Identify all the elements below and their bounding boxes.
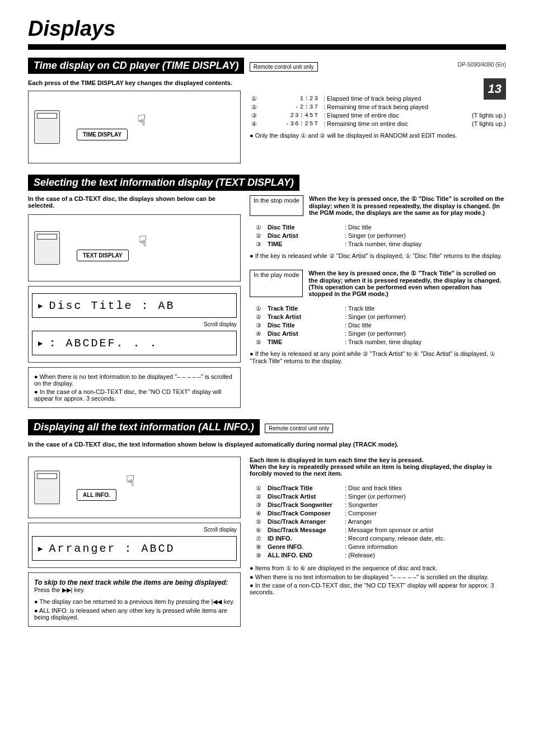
hand-icon <box>118 475 152 497</box>
list-item: ①Track Title: Track title <box>254 305 506 312</box>
item-desc: : Singer (or performer) <box>345 330 406 337</box>
item-desc: : Composer <box>345 510 377 517</box>
item-label: ALL INFO. END <box>268 552 340 559</box>
item-label: Disc/Track Arranger <box>268 518 340 525</box>
list-item: ③23:45T: Elapsed time of entire disc(T l… <box>250 112 506 119</box>
item-desc: : Record company, release date, etc. <box>345 535 445 542</box>
item-num: ⑤ <box>254 518 263 525</box>
section-3-rnote-1: Items from ① to ⑥ are displayed in the s… <box>250 565 506 572</box>
item-num: ① <box>254 305 263 312</box>
item-label: Disc Title <box>268 322 340 329</box>
play-mode-box: In the play mode <box>250 270 303 297</box>
item-desc: : Remaining time of track being played <box>324 104 502 111</box>
item-num: ② <box>250 104 259 111</box>
list-item: ⑧Genre INFO.: Genre information <box>254 543 506 551</box>
item-label: Disc/Track Artist <box>268 493 340 500</box>
item-num: ① <box>254 224 263 231</box>
section-2-intro: In the case of a CD-TEXT disc, the displ… <box>28 195 241 209</box>
list-item: ②Disc Artist: Singer (or performer) <box>254 232 506 240</box>
list-item: ①Disc/Track Title: Disc and track titles <box>254 485 506 492</box>
item-label: Disc Artist <box>268 330 340 337</box>
item-num: ⑦ <box>254 535 263 542</box>
divider-bar <box>28 44 506 50</box>
item-desc: : Singer (or performer) <box>345 313 406 321</box>
section-3-rnote-2: When there is no text information to be … <box>250 574 506 580</box>
section-2-note-1: When there is no text information to be … <box>34 373 235 387</box>
item-desc: : Track title <box>345 305 374 312</box>
item-desc: : Message from sponsor or artist <box>345 527 433 534</box>
item-label: Disc/Track Message <box>268 527 340 534</box>
item-num: ⑨ <box>254 552 263 559</box>
item-label: Disc/Track Title <box>268 485 340 492</box>
text-display-button[interactable]: TEXT DISPLAY <box>77 250 129 261</box>
item-num: ① <box>254 485 263 492</box>
item-time: -36:25T <box>263 120 319 128</box>
item-label: Disc Artist <box>268 232 340 240</box>
remote-icon <box>34 231 60 265</box>
main-title: Displays <box>28 17 506 41</box>
item-extra: (T lights up.) <box>472 120 506 128</box>
item-num: ④ <box>254 510 263 517</box>
item-desc: : Singer (or performer) <box>345 493 406 500</box>
list-item: ①Disc Title: Disc title <box>254 224 506 231</box>
item-num: ② <box>254 313 263 321</box>
item-desc: : Track number, time display <box>345 241 421 248</box>
lcd-display-3: Arranger : ABCD <box>32 536 237 561</box>
list-item: ②Track Artist: Singer (or performer) <box>254 313 506 321</box>
item-desc: : Track number, time display <box>345 339 421 346</box>
item-num: ③ <box>254 241 263 248</box>
section-2-note-2: In the case of a non-CD-TEXT disc, the "… <box>34 388 235 402</box>
item-desc: : Elapsed time of entire disc <box>324 112 467 119</box>
list-item: ③TIME: Track number, time display <box>254 241 506 248</box>
item-label: Disc/Track Songwriter <box>268 501 340 509</box>
item-desc: : Songwriter <box>345 501 378 509</box>
item-desc: : (Release) <box>345 552 375 559</box>
item-label: Track Artist <box>268 313 340 321</box>
all-info-button[interactable]: ALL INFO. <box>77 489 116 501</box>
item-label: Disc Title <box>268 224 340 231</box>
item-time: -2:37 <box>263 104 319 111</box>
item-num: ② <box>254 493 263 500</box>
section-3-right-intro-2: When the key is repeatedly pressed while… <box>250 463 506 477</box>
item-label: Genre INFO. <box>268 543 340 551</box>
play-mode-note: If the key is released at any point whil… <box>250 350 506 364</box>
list-item: ③Disc Title: Disc title <box>254 322 506 329</box>
list-item: ⑦ID INFO.: Record company, release date,… <box>254 535 506 542</box>
section-1-intro: Each press of the TIME DISPLAY key chang… <box>28 79 506 86</box>
item-time: 23:45T <box>263 112 319 119</box>
section-1-heading: Time display on CD player (TIME DISPLAY) <box>28 58 244 74</box>
stop-mode-note: If the key is released while ② "Disc Art… <box>250 252 506 260</box>
item-desc: : Elapsed time of track being played <box>324 95 502 102</box>
list-item: ⑥Disc/Track Message: Message from sponso… <box>254 527 506 534</box>
item-num: ③ <box>254 322 263 329</box>
item-desc: : Remaining time on entire disc <box>324 120 467 128</box>
page-number: 13 <box>484 78 506 100</box>
item-label: TIME <box>268 339 340 346</box>
time-display-button[interactable]: TIME DISPLAY <box>77 129 128 140</box>
item-num: ⑧ <box>254 543 263 551</box>
section-1-note: Only the display ① and ② will be display… <box>250 132 506 139</box>
list-item: ②Disc/Track Artist: Singer (or performer… <box>254 493 506 500</box>
skip-tip-text: Press the ▶▶| key. <box>34 586 235 594</box>
item-desc: : Genre information <box>345 543 397 551</box>
item-num: ⑥ <box>254 527 263 534</box>
list-item: ④Disc Artist: Singer (or performer) <box>254 330 506 337</box>
skip-tip-title: To skip to the next track while the item… <box>34 579 235 586</box>
lcd-display-2: : ABCDEF. . . <box>32 331 237 355</box>
section-3-note-1: The display can be returned to a previou… <box>34 598 235 605</box>
item-desc: : Disc title <box>345 224 372 231</box>
item-label: Disc/Track Composer <box>268 510 340 517</box>
list-item: ②-2:37: Remaining time of track being pl… <box>250 104 506 111</box>
list-item: ③Disc/Track Songwriter: Songwriter <box>254 501 506 509</box>
item-num: ③ <box>254 501 263 509</box>
list-item: ⑤Disc/Track Arranger: Arranger <box>254 518 506 525</box>
item-label: Track Title <box>268 305 340 312</box>
section-3-right-intro-1: Each item is displayed in turn each time… <box>250 457 506 463</box>
remote-icon <box>34 471 60 504</box>
play-mode-text: When the key is pressed once, the ① "Tra… <box>308 270 506 297</box>
remote-icon <box>34 110 60 144</box>
list-item: ⑨ALL INFO. END: (Release) <box>254 552 506 559</box>
section-3-intro: In the case of a CD-TEXT disc, the text … <box>28 441 506 448</box>
item-num: ③ <box>250 112 259 119</box>
lcd-display-1: Disc Title : AB <box>32 293 237 318</box>
